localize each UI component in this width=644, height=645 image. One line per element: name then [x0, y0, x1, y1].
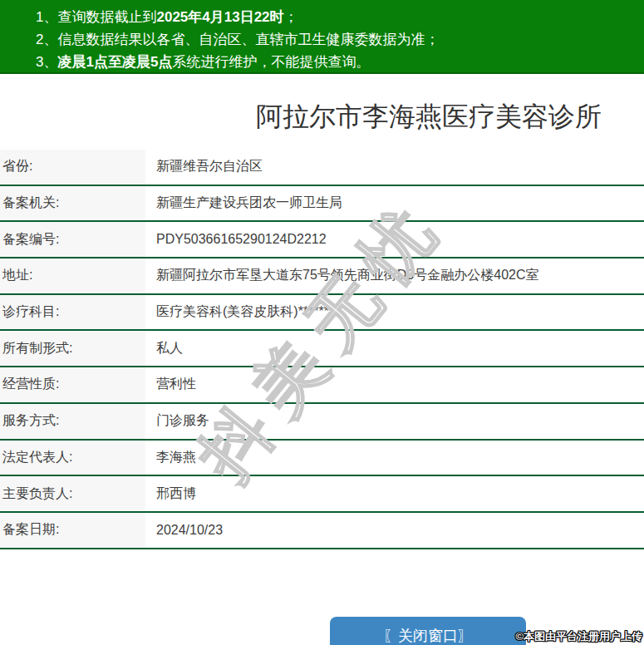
notice-line-2: 2、信息数据结果以各省、自治区、直辖市卫生健康委数据为准；	[36, 28, 636, 51]
table-row-legal-representative: 法定代表人: 李海燕	[0, 441, 644, 477]
row-value: 新疆生产建设兵团农一师卫生局	[145, 186, 644, 221]
row-value: 门诊服务	[145, 404, 644, 439]
notice-line-3: 3、凌晨1点至凌晨5点系统进行维护，不能提供查询。	[36, 51, 636, 73]
table-row-main-person-in-charge: 主要负责人: 邢西博	[0, 476, 644, 513]
row-label: 所有制形式:	[0, 331, 145, 366]
notice-line-1: 1、查询数据截止到2025年4月13日22时；	[36, 6, 636, 28]
row-label: 法定代表人:	[0, 441, 145, 475]
table-row-service-mode: 服务方式: 门诊服务	[0, 404, 644, 441]
table-row-treatment-subjects: 诊疗科目: 医疗美容科(美容皮肤科)******	[0, 295, 644, 332]
table-row-filing-date: 备案日期: 2024/10/23	[0, 513, 644, 549]
table-row-filing-number: 备案编号: PDY50366165290124D2212	[0, 222, 644, 258]
notice-3-end: 系统进行维护，不能提供查询。	[172, 54, 370, 70]
row-label: 省份:	[0, 150, 145, 185]
notice-1-end: ；	[284, 9, 298, 25]
notice-1-bold: 2025年4月13日22时	[156, 9, 283, 25]
table-row-ownership-form: 所有制形式: 私人	[0, 331, 644, 367]
table-row-province: 省份: 新疆维吾尔自治区	[0, 150, 644, 186]
notice-3-text: 3、	[36, 54, 57, 70]
row-label: 备案机关:	[0, 186, 145, 221]
notice-banner: 1、查询数据截止到2025年4月13日22时； 2、信息数据结果以各省、自治区、…	[0, 0, 644, 74]
row-value: 医疗美容科(美容皮肤科)******	[145, 295, 644, 330]
copyright-notice: ©本图由平台注册用户上传	[515, 629, 642, 644]
row-label: 经营性质:	[0, 367, 145, 402]
row-value: 营利性	[145, 367, 644, 402]
row-label: 备案编号:	[0, 222, 145, 257]
notice-3-bold: 凌晨1点至凌晨5点	[57, 54, 172, 70]
row-value: PDY50366165290124D2212	[145, 222, 644, 257]
row-value: 李海燕	[145, 441, 644, 475]
row-value: 2024/10/23	[145, 513, 644, 548]
row-label: 主要负责人:	[0, 476, 145, 511]
table-row-address: 地址: 新疆阿拉尔市军垦大道东75号领先商业街D3号金融办公楼402C室	[0, 258, 644, 295]
page-title: 阿拉尔市李海燕医疗美容诊所	[256, 99, 602, 135]
notice-1-text: 1、查询数据截止到	[36, 9, 156, 25]
table-row-business-nature: 经营性质: 营利性	[0, 367, 644, 404]
record-table: 省份: 新疆维吾尔自治区 备案机关: 新疆生产建设兵团农一师卫生局 备案编号: …	[0, 150, 644, 549]
table-row-filing-authority: 备案机关: 新疆生产建设兵团农一师卫生局	[0, 186, 644, 223]
row-value: 邢西博	[145, 476, 644, 511]
row-label: 诊疗科目:	[0, 295, 145, 330]
close-window-button[interactable]: 〖关闭窗口〗	[330, 617, 526, 645]
row-value: 私人	[145, 331, 644, 366]
notice-2-text: 2、信息数据结果以各省、自治区、直辖市卫生健康委数据为准；	[36, 32, 439, 47]
row-label: 地址:	[0, 258, 145, 293]
row-label: 服务方式:	[0, 404, 145, 439]
row-label: 备案日期:	[0, 513, 145, 548]
row-value: 新疆阿拉尔市军垦大道东75号领先商业街D3号金融办公楼402C室	[145, 258, 644, 293]
row-value: 新疆维吾尔自治区	[145, 150, 644, 185]
